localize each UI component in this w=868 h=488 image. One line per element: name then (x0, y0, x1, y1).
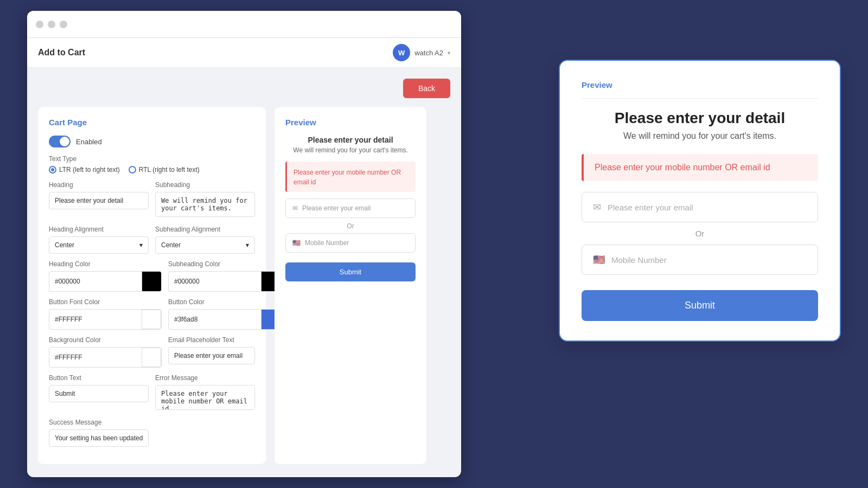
flag-icon: 🇺🇸 (292, 239, 301, 247)
button-text-label: Button Text (49, 374, 149, 382)
heading-col: Heading (49, 181, 149, 219)
heading-alignment-dropdown[interactable]: Center ▾ (49, 236, 149, 254)
button-font-color-swatch[interactable] (142, 310, 161, 329)
large-error-text: Please enter your mobile number OR email… (595, 163, 770, 172)
alignment-row: Heading Alignment Center ▾ Subheading Al… (49, 226, 255, 254)
subheading-alignment-chevron: ▾ (246, 241, 249, 249)
cart-panel: Cart Page Enabled Text Type LTR (left to… (38, 107, 266, 464)
button-color-input[interactable] (169, 311, 261, 328)
back-button[interactable]: Back (403, 79, 450, 98)
email-placeholder-label: Email Placeholder Text (168, 336, 255, 344)
button-color-col: Button Color (168, 298, 281, 330)
user-name: watch A2 (414, 49, 443, 57)
large-email-placeholder: Please enter your email (608, 203, 693, 212)
email-placeholder-input[interactable] (168, 347, 255, 364)
subheading-color-label: Subheading Color (168, 260, 281, 268)
subheading-color-input[interactable] (169, 273, 261, 290)
small-submit-button[interactable]: Submit (285, 262, 416, 281)
success-message-input[interactable] (49, 429, 149, 447)
button-color-row: Button Font Color Button Color (49, 298, 255, 330)
large-email-icon: ✉ (593, 201, 601, 213)
subheading-color-field (168, 271, 281, 292)
small-preview-panel: Preview Please enter your detail We will… (275, 107, 426, 464)
app-title: Add to Cart (38, 48, 85, 57)
rtl-option[interactable]: RTL (right to left text) (129, 166, 200, 174)
panels-row: Cart Page Enabled Text Type LTR (left to… (38, 107, 450, 464)
large-email-field[interactable]: ✉ Please enter your email (582, 192, 818, 222)
rtl-label: RTL (right to left text) (139, 166, 200, 174)
subheading-alignment-dropdown[interactable]: Center ▾ (155, 236, 255, 254)
button-font-color-input[interactable] (49, 311, 142, 328)
placeholder-col (155, 419, 255, 447)
small-email-field[interactable]: ✉ Please enter your email (285, 198, 416, 218)
error-message-col: Error Message Please enter your mobile n… (155, 374, 255, 412)
small-mobile-field[interactable]: 🇺🇸 Mobile Number (285, 233, 416, 253)
heading-color-swatch[interactable] (142, 272, 161, 291)
button-text-input[interactable] (49, 385, 149, 402)
small-preview-title: Preview (285, 118, 416, 127)
ltr-option[interactable]: LTR (left to right text) (49, 166, 120, 174)
error-message-input[interactable]: Please enter your mobile number OR email… (155, 385, 255, 410)
small-email-placeholder: Please enter your email (302, 204, 371, 212)
large-mobile-placeholder: Mobile Number (611, 255, 667, 265)
browser-dots (36, 21, 67, 28)
background-color-swatch[interactable] (142, 348, 161, 367)
rtl-radio[interactable] (129, 166, 136, 174)
background-color-label: Background Color (49, 336, 162, 344)
large-error-banner: Please enter your mobile number OR email… (582, 154, 818, 181)
small-mobile-placeholder: Mobile Number (305, 239, 349, 247)
subheading-alignment-label: Subheading Alignment (155, 226, 255, 233)
subheading-alignment-value: Center (161, 241, 181, 249)
radio-row: LTR (left to right text) RTL (right to l… (49, 166, 255, 174)
large-preview-subheading: We will remind you for your cart's items… (582, 131, 818, 141)
subheading-alignment-col: Subheading Alignment Center ▾ (155, 226, 255, 254)
enabled-label: Enabled (76, 138, 102, 146)
browser-titlebar (27, 11, 461, 38)
user-badge[interactable]: W watch A2 ▾ (393, 44, 450, 61)
browser-window: Add to Cart W watch A2 ▾ Back Cart Page … (27, 11, 461, 477)
background-color-col: Background Color (49, 336, 162, 368)
heading-color-field (49, 271, 162, 292)
background-color-field (49, 347, 162, 368)
heading-subheading-row: Heading Subheading We will remind you fo… (49, 181, 255, 219)
subheading-col: Subheading We will remind you for your c… (155, 181, 255, 219)
small-or-divider: Or (285, 222, 416, 230)
bg-email-row: Background Color Email Placeholder Text (49, 336, 255, 368)
large-preview-panel: Preview Please enter your detail We will… (559, 60, 841, 342)
heading-label: Heading (49, 181, 149, 189)
enabled-toggle[interactable] (49, 136, 71, 147)
color-row: Heading Color Subheading Color (49, 260, 255, 292)
chevron-down-icon: ▾ (448, 50, 450, 56)
app-header: Add to Cart W watch A2 ▾ (27, 38, 461, 68)
large-submit-button[interactable]: Submit (582, 290, 818, 321)
large-preview-title: Preview (582, 80, 818, 99)
large-mobile-field[interactable]: 🇺🇸 Mobile Number (582, 245, 818, 275)
subheading-color-col: Subheading Color (168, 260, 281, 292)
browser-dot-3 (60, 21, 67, 28)
button-text-col: Button Text (49, 374, 149, 412)
heading-color-input[interactable] (49, 273, 142, 290)
background-color-input[interactable] (49, 349, 142, 365)
subheading-label: Subheading (155, 181, 255, 189)
user-avatar: W (393, 44, 410, 61)
success-message-col: Success Message (49, 419, 149, 447)
button-font-color-label: Button Font Color (49, 298, 162, 306)
small-error-text: Please enter your mobile number OR email… (293, 169, 401, 186)
button-text-error-row: Button Text Error Message Please enter y… (49, 374, 255, 412)
error-message-label: Error Message (155, 374, 255, 382)
text-type-row: Text Type LTR (left to right text) RTL (… (49, 155, 255, 174)
browser-dot-1 (36, 21, 43, 28)
heading-input[interactable] (49, 192, 149, 209)
subheading-input[interactable]: We will remind you for your cart's items… (155, 192, 255, 217)
heading-alignment-chevron: ▾ (139, 241, 143, 249)
ltr-radio[interactable] (49, 166, 56, 174)
email-icon: ✉ (292, 204, 298, 212)
text-type-label: Text Type (49, 155, 255, 163)
success-message-label: Success Message (49, 419, 149, 426)
heading-alignment-col: Heading Alignment Center ▾ (49, 226, 149, 254)
button-font-color-col: Button Font Color (49, 298, 162, 330)
button-font-color-field (49, 309, 162, 330)
large-flag-icon: 🇺🇸 (593, 254, 605, 266)
button-color-field (168, 309, 281, 330)
large-preview-heading: Please enter your detail (582, 110, 818, 127)
